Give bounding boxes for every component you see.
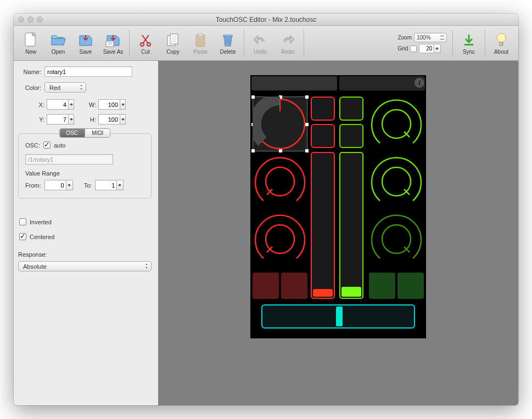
open-folder-icon: [50, 32, 66, 48]
save-as-button[interactable]: Save As: [99, 28, 127, 59]
copy-button[interactable]: Copy: [159, 28, 187, 59]
fader-control[interactable]: [339, 152, 363, 299]
grid-checkbox[interactable]: [410, 46, 417, 52]
osc-auto-checkbox[interactable]: [43, 141, 51, 149]
open-button[interactable]: Open: [44, 28, 72, 59]
x-label: X:: [33, 101, 44, 108]
color-select[interactable]: Red: [44, 82, 86, 93]
page-tabs[interactable]: i: [250, 75, 426, 92]
name-input[interactable]: [44, 66, 132, 77]
tab-osc[interactable]: OSC: [60, 129, 85, 137]
sync-button[interactable]: Sync: [455, 28, 483, 59]
new-file-icon: [23, 32, 39, 48]
info-icon[interactable]: i: [415, 78, 424, 88]
button-control[interactable]: [281, 273, 307, 299]
stepper-arrows-icon[interactable]: [69, 99, 74, 110]
delete-button[interactable]: Delete: [214, 28, 242, 59]
grid-label: Grid: [397, 46, 408, 52]
stepper-arrows-icon[interactable]: [120, 114, 126, 124]
fader-control[interactable]: [311, 152, 335, 299]
h-label: H:: [85, 116, 96, 123]
scissors-icon: [137, 32, 154, 48]
stepper-arrows-icon[interactable]: [120, 99, 126, 110]
stepper-arrows-icon[interactable]: [66, 180, 73, 190]
about-button[interactable]: About: [488, 28, 515, 59]
copy-icon: [165, 32, 181, 48]
svg-point-2: [141, 43, 144, 46]
rotary-control[interactable]: [369, 212, 424, 267]
new-button[interactable]: New: [17, 28, 44, 59]
redo-button: Redo: [274, 28, 301, 59]
svg-line-23: [404, 247, 410, 252]
toolbar: New Open Save Save As: [14, 26, 518, 61]
trash-icon: [220, 32, 236, 48]
response-select[interactable]: Absolute: [18, 261, 152, 271]
window-title: TouchOSC Editor - Mix 2.touchosc: [14, 16, 518, 24]
name-label: Name:: [18, 69, 41, 75]
button-control[interactable]: [369, 273, 395, 299]
device-preview[interactable]: i: [250, 75, 426, 338]
page-tab[interactable]: [339, 76, 425, 90]
button-control[interactable]: [253, 273, 279, 299]
redo-icon: [279, 32, 296, 48]
undo-button: Undo: [247, 28, 274, 59]
cut-button[interactable]: Cut: [132, 28, 159, 59]
osc-auto-label: auto: [54, 142, 65, 149]
svg-point-10: [497, 33, 506, 42]
inverted-checkbox[interactable]: [19, 218, 26, 225]
osc-label: OSC:: [25, 142, 40, 149]
osc-midi-tabs[interactable]: OSC MIDI: [59, 128, 111, 138]
properties-sidebar: Name: Color: Red X: W: Y: H:: [14, 61, 158, 405]
tab-midi[interactable]: MIDI: [85, 129, 110, 137]
lightbulb-icon: [493, 32, 509, 48]
rotary-control[interactable]: [369, 97, 424, 151]
button-control[interactable]: [311, 97, 335, 121]
paste-button: Paste: [187, 28, 214, 59]
button-control[interactable]: [311, 124, 335, 148]
w-input[interactable]: [98, 99, 120, 110]
canvas-area[interactable]: i: [158, 61, 518, 405]
to-label: To:: [84, 182, 92, 189]
h-input[interactable]: [98, 114, 120, 124]
page-tab[interactable]: [251, 76, 337, 90]
y-label: Y:: [33, 116, 44, 123]
save-as-icon: [105, 32, 121, 48]
clipboard-icon: [192, 32, 209, 48]
x-input[interactable]: [47, 99, 69, 110]
osc-path-input[interactable]: [25, 154, 113, 165]
undo-icon: [252, 32, 268, 48]
grid-input[interactable]: [419, 44, 434, 53]
svg-line-19: [404, 132, 410, 137]
svg-point-3: [147, 43, 150, 46]
stepper-arrows-icon[interactable]: [117, 180, 124, 190]
rotary-control[interactable]: [253, 97, 307, 151]
from-input[interactable]: [44, 180, 66, 190]
stepper-arrows-icon[interactable]: [434, 44, 441, 53]
titlebar: TouchOSC Editor - Mix 2.touchosc: [14, 14, 518, 26]
save-button[interactable]: Save: [72, 28, 99, 59]
save-icon: [77, 32, 94, 48]
fader-control[interactable]: [261, 304, 415, 329]
rotary-control[interactable]: [369, 154, 424, 209]
to-input[interactable]: [95, 180, 117, 190]
centered-checkbox[interactable]: [19, 233, 26, 240]
button-control[interactable]: [339, 97, 363, 121]
inverted-label: Inverted: [30, 219, 52, 225]
button-control[interactable]: [397, 273, 424, 299]
from-label: From:: [25, 182, 41, 189]
app-window: TouchOSC Editor - Mix 2.touchosc New Ope…: [14, 14, 518, 405]
centered-label: Centered: [30, 234, 54, 240]
grid-spinner[interactable]: [419, 44, 441, 53]
svg-line-17: [267, 247, 272, 252]
svg-rect-8: [223, 35, 232, 37]
button-control[interactable]: [339, 124, 363, 148]
svg-rect-7: [198, 33, 203, 36]
rotary-control[interactable]: [253, 212, 307, 267]
svg-rect-9: [464, 44, 473, 46]
rotary-control[interactable]: [253, 154, 307, 209]
zoom-select[interactable]: 100%: [414, 33, 447, 42]
w-label: W:: [85, 101, 96, 108]
stepper-arrows-icon[interactable]: [69, 114, 74, 124]
y-input[interactable]: [47, 114, 69, 124]
osc-panel: OSC MIDI OSC: auto Value Range From: To:: [18, 133, 152, 199]
